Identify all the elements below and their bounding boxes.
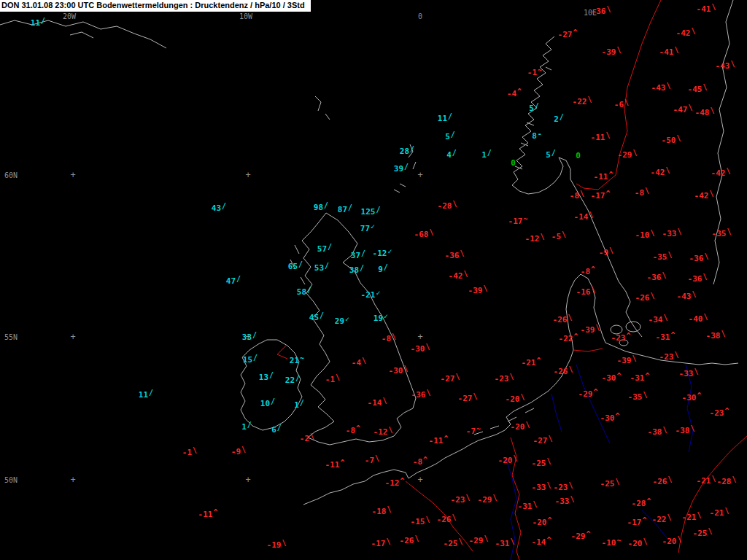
tendency-characteristic-icon: ^ [573, 332, 578, 341]
tendency-value: 125 [361, 207, 376, 217]
tendency-characteristic-icon: ~ [476, 425, 481, 433]
tendency-value: -16 [576, 287, 591, 297]
tendency-characteristic-icon: ~ [300, 354, 304, 362]
station-report: -23^ [611, 333, 631, 343]
tendency-value: 5 [546, 150, 551, 160]
tendency-value: 22 [285, 376, 295, 385]
tendency-value: -11 [325, 460, 340, 470]
tendency-characteristic-icon: / [277, 424, 282, 432]
station-report: -36\ [689, 254, 709, 263]
coastline-ireland [241, 340, 302, 430]
tendency-value: -8 [413, 457, 422, 467]
tendency-value: -17 [591, 191, 605, 201]
station-report: -11^ [325, 460, 345, 470]
station-report: 38/ [349, 265, 364, 275]
station-report: -48\ [695, 108, 715, 117]
tendency-value: -39 [617, 356, 632, 365]
station-report: -42\ [711, 168, 731, 178]
tendency-characteristic-icon: \ [643, 537, 647, 545]
tendency-characteristic-icon: \ [595, 324, 600, 332]
tendency-characteristic-icon: \ [546, 457, 551, 465]
station-report: 43/ [212, 203, 226, 213]
station-report: -36\ [688, 274, 708, 284]
tendency-value: -29 [618, 150, 632, 160]
tendency-characteristic-icon: \ [483, 284, 487, 292]
station-report: -8^ [346, 426, 360, 435]
tendency-characteristic-icon: \ [510, 537, 514, 545]
tendency-characteristic-icon: ✓ [387, 247, 392, 255]
tendency-value: -29 [578, 389, 593, 399]
station-report: -12\ [374, 427, 393, 437]
tendency-characteristic-icon: \ [452, 513, 456, 521]
tendency-value: 5 [529, 104, 534, 113]
tendency-value: -28 [438, 201, 452, 211]
station-report: -17^ [627, 518, 647, 527]
station-report: 6/ [271, 425, 282, 435]
tendency-characteristic-icon: \ [606, 5, 611, 13]
tendency-characteristic-icon: ^ [546, 536, 551, 544]
tendency-value: -6 [614, 100, 624, 109]
station-report: 47/ [226, 276, 241, 286]
tendency-characteristic-icon: / [448, 112, 452, 120]
station-report: -39\ [617, 356, 637, 365]
tendency-characteristic-icon: \ [662, 271, 666, 279]
tendency-characteristic-icon: \ [241, 446, 246, 454]
station-report: -5\ [551, 232, 566, 241]
station-report: 0 [576, 151, 581, 160]
tendency-characteristic-icon: \ [525, 421, 530, 429]
grid-cross: + [417, 332, 422, 342]
tendency-characteristic-icon: / [487, 149, 492, 157]
tendency-value: 47 [226, 276, 236, 286]
tendency-characteristic-icon: \ [455, 373, 460, 381]
tendency-characteristic-icon: \ [540, 233, 544, 241]
tendency-characteristic-icon: ^ [423, 456, 427, 464]
tendency-value: -68 [414, 230, 429, 239]
tendency-value: -14 [532, 537, 546, 547]
coastlines [0, 0, 738, 505]
tendency-characteristic-icon: \ [632, 149, 637, 157]
tendency-value: 38 [349, 265, 359, 275]
station-report: -26\ [400, 536, 419, 545]
station-report: -41\ [697, 4, 716, 14]
tendency-characteristic-icon: \ [426, 389, 430, 397]
tendency-value: -9 [599, 248, 608, 257]
tendency-characteristic-icon: / [348, 203, 352, 211]
grid-label: 55N [4, 333, 18, 341]
tendency-characteristic-icon: \ [392, 332, 396, 341]
tendency-characteristic-icon: / [252, 331, 257, 339]
station-report: -35\ [712, 229, 732, 238]
tendency-value: 19 [374, 314, 383, 323]
station-report: 9/ [378, 265, 388, 274]
tendency-value: -36 [647, 273, 662, 282]
grid-label: 10W [239, 12, 252, 20]
tendency-value: -33 [555, 497, 570, 506]
tendency-characteristic-icon: \ [388, 426, 392, 434]
tendency-value: -20 [511, 422, 525, 432]
tendency-characteristic-icon: \ [386, 537, 390, 545]
grid-label: 50N [4, 476, 18, 484]
tendency-value: -42 [711, 168, 726, 178]
tendency-value: -36 [411, 390, 426, 400]
tendency-characteristic-icon: \ [492, 494, 497, 502]
station-report: -1\ [325, 375, 340, 384]
tendency-characteristic-icon: \ [732, 475, 736, 483]
station-report: -25\ [600, 479, 620, 489]
station-report: -11\ [591, 133, 611, 142]
tendency-characteristic-icon: ✓ [371, 222, 375, 230]
tendency-value: 33 [242, 332, 252, 342]
station-report: 45/ [309, 313, 324, 322]
tendency-value: -2 [300, 434, 309, 443]
station-report: -36\ [411, 390, 431, 400]
tendency-characteristic-icon: \ [704, 252, 708, 260]
tendency-characteristic-icon: \ [674, 351, 678, 359]
tendency-value: -7 [466, 427, 476, 436]
station-report: -7\ [365, 456, 379, 465]
station-report: -12\ [525, 234, 545, 244]
tendency-characteristic-icon: ^ [626, 332, 630, 340]
station-report: -36\ [445, 251, 465, 260]
station-report: -30\ [411, 344, 430, 354]
tendency-characteristic-icon: / [361, 249, 365, 257]
tendency-value: -20 [533, 518, 547, 527]
grid-cross: + [245, 475, 250, 485]
tendency-value: -11 [429, 436, 444, 446]
